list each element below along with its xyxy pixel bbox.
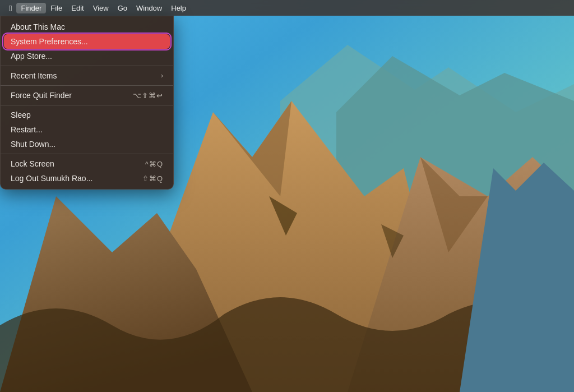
logout-shortcut: ⇧⌘Q <box>142 174 163 183</box>
menu-item-sleep-label: Sleep <box>11 110 163 119</box>
menu-item-recent-items[interactable]: Recent Items › <box>1 68 173 83</box>
menu-item-shutdown-label: Shut Down... <box>11 140 163 149</box>
menu-item-sleep[interactable]: Sleep <box>1 108 173 122</box>
menu-item-about[interactable]: About This Mac <box>1 20 173 34</box>
view-menu[interactable]: View <box>89 3 113 13</box>
separator-1 <box>1 66 173 66</box>
separator-2 <box>1 85 173 86</box>
menu-item-system-prefs-label: System Preferences... <box>11 37 163 46</box>
menu-item-lock-screen-label: Lock Screen <box>11 159 145 168</box>
menu-item-force-quit[interactable]: Force Quit Finder ⌥⇧⌘↩ <box>1 88 173 103</box>
menu-item-app-store-label: App Store... <box>11 52 163 61</box>
separator-3 <box>1 105 173 105</box>
menu-item-force-quit-label: Force Quit Finder <box>11 91 133 100</box>
menu-item-shutdown[interactable]: Shut Down... <box>1 137 173 151</box>
recent-items-arrow-icon: › <box>161 72 163 80</box>
force-quit-shortcut: ⌥⇧⌘↩ <box>133 91 163 100</box>
menu-bar:  Finder File Edit View Go Window Help <box>0 0 574 16</box>
menu-item-about-label: About This Mac <box>11 22 163 31</box>
menu-item-app-store[interactable]: App Store... <box>1 49 173 63</box>
apple-dropdown-menu: About This Mac System Preferences... App… <box>0 16 174 190</box>
go-menu[interactable]: Go <box>113 3 132 13</box>
lock-screen-shortcut: ^⌘Q <box>145 160 163 168</box>
separator-4 <box>1 154 173 154</box>
finder-menu[interactable]: Finder <box>16 3 46 13</box>
menu-item-system-prefs[interactable]: System Preferences... <box>4 34 170 49</box>
menu-item-restart-label: Restart... <box>11 125 163 134</box>
edit-menu[interactable]: Edit <box>67 3 88 13</box>
apple-menu-button[interactable]:  <box>4 2 16 14</box>
menu-item-recent-items-label: Recent Items <box>11 71 161 80</box>
help-menu[interactable]: Help <box>166 3 191 13</box>
menu-item-logout[interactable]: Log Out Sumukh Rao... ⇧⌘Q <box>1 171 173 186</box>
menu-item-logout-label: Log Out Sumukh Rao... <box>11 174 142 183</box>
menu-item-restart[interactable]: Restart... <box>1 122 173 137</box>
menu-item-lock-screen[interactable]: Lock Screen ^⌘Q <box>1 156 173 171</box>
window-menu[interactable]: Window <box>132 3 166 13</box>
file-menu[interactable]: File <box>46 3 67 13</box>
